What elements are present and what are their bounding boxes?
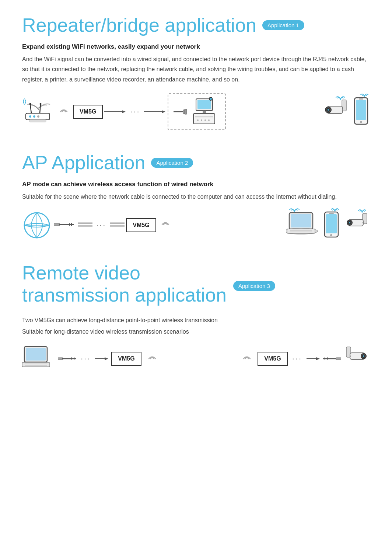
svg-marker-82 — [316, 357, 320, 360]
wifi-above-camera — [335, 93, 346, 101]
svg-point-35 — [364, 95, 365, 97]
arrow-remote-2 — [307, 356, 321, 362]
arrow-right-1 — [104, 109, 126, 115]
title-row-repeater: Repeater/bridge application Application … — [22, 15, 370, 36]
title-row-ap: AP Application Application 2 — [22, 152, 370, 173]
svg-rect-60 — [326, 214, 337, 233]
section-repeater: Repeater/bridge application Application … — [22, 15, 370, 130]
pos-machine-icon — [190, 97, 220, 126]
svg-rect-8 — [29, 120, 46, 122]
globe-icon-wrap — [22, 211, 52, 240]
description-remote-2: Suitable for long-distance video wireles… — [22, 327, 370, 337]
svg-point-5 — [29, 115, 31, 118]
dots-1: ··· — [128, 107, 142, 116]
wifi-above-camera-ap — [358, 207, 366, 215]
svg-point-22 — [197, 119, 199, 121]
phone-wifi-group — [352, 96, 370, 127]
wifi-phone-icon-ap — [331, 206, 339, 212]
equal-lines-2 — [110, 221, 125, 230]
security-camera-icon-ap — [343, 212, 370, 237]
equal-lines-left — [78, 221, 92, 230]
page: Repeater/bridge application Application … — [0, 0, 392, 409]
section-ap: AP Application Application 2 AP mode can… — [22, 152, 370, 240]
svg-point-58 — [334, 210, 336, 212]
camera-remote-right — [343, 345, 370, 372]
svg-line-0 — [30, 104, 31, 113]
description-ap: Suitable for the scene where the network… — [22, 192, 370, 202]
vm5g-box-1: VM5G — [73, 105, 103, 119]
svg-rect-55 — [287, 229, 315, 233]
svg-rect-75 — [58, 358, 63, 360]
laptop-wifi-group-ap — [286, 211, 319, 239]
svg-rect-37 — [356, 100, 366, 120]
wifi-right-ap — [158, 218, 172, 233]
security-camera-icon — [322, 98, 349, 124]
equal-signal-left — [78, 221, 92, 228]
vm5g-box-4: VM5G — [258, 352, 287, 366]
svg-rect-72 — [22, 362, 50, 367]
equal-signal-2 — [110, 221, 125, 228]
subtitle-ap: AP mode can achieve wireless access func… — [22, 181, 370, 188]
svg-point-3 — [40, 103, 42, 105]
svg-point-23 — [201, 119, 202, 121]
svg-point-68 — [349, 222, 350, 223]
camera-icon-remote — [343, 345, 370, 371]
wifi-laptop-icon — [289, 205, 300, 213]
svg-rect-53 — [291, 214, 311, 227]
svg-rect-18 — [203, 111, 206, 114]
svg-rect-71 — [26, 348, 46, 361]
cable-icon-remote-1 — [58, 355, 76, 362]
vm5g-box-2: VM5G — [126, 218, 156, 232]
wifi-above-phone-ap — [331, 206, 339, 214]
arrow-line-2 — [144, 109, 166, 115]
section-title-remote: Remote videotransmission application — [22, 262, 227, 306]
svg-point-51 — [294, 211, 295, 212]
description-remote-1: Two VM5Gs can achieve long-distance poin… — [22, 315, 370, 325]
laptop-remote-left — [22, 345, 53, 372]
wifi-right-icon-ap — [158, 218, 172, 231]
svg-point-24 — [204, 119, 206, 121]
svg-point-62 — [330, 234, 332, 236]
dots-remote-2: ··· — [290, 354, 304, 364]
svg-rect-43 — [54, 223, 60, 226]
svg-point-91 — [363, 355, 364, 357]
laptop-icon-ap — [286, 211, 319, 238]
left-signal — [57, 105, 71, 118]
cable-connector-icon — [174, 106, 188, 117]
svg-marker-12 — [162, 110, 165, 113]
svg-point-33 — [328, 109, 329, 111]
phone-icon-ap — [323, 211, 340, 238]
phone-icon — [352, 96, 370, 126]
badge-remote: Application 3 — [233, 281, 275, 291]
arrow-remote-1 — [95, 356, 109, 362]
badge-repeater: Application 1 — [262, 20, 304, 30]
svg-rect-86 — [336, 358, 341, 360]
svg-marker-10 — [122, 110, 126, 113]
wifi-vm5g-left-2 — [241, 352, 254, 365]
svg-point-39 — [360, 121, 362, 123]
laptop-icon-remote — [22, 345, 53, 371]
diagram-remote: ··· VM5G — [22, 345, 370, 372]
dots-remote-1: ··· — [78, 354, 93, 364]
diagram-ap: ··· VM5G — [22, 211, 370, 240]
title-text-remote: Remote videotransmission application — [22, 262, 227, 306]
svg-rect-17 — [197, 100, 211, 109]
svg-point-25 — [208, 119, 210, 121]
arrow-line-1 — [104, 109, 126, 115]
svg-point-63 — [361, 211, 363, 213]
camera-wifi-group-ap — [343, 212, 370, 239]
arrow-right-2 — [144, 109, 166, 115]
phone-wifi-group-ap — [323, 211, 340, 240]
description-repeater: And the WiFi signal can be converted int… — [22, 54, 370, 84]
wifi-vm5g-right-1 — [145, 352, 158, 365]
svg-rect-15 — [185, 109, 187, 114]
badge-ap: Application 2 — [151, 158, 193, 168]
vm5g-box-3: VM5G — [111, 352, 141, 366]
router-icon-wrap — [22, 98, 55, 125]
wifi-above-laptop — [289, 205, 300, 214]
cable-icon-remote-2 — [323, 355, 341, 362]
description-remote-wrap: Two VM5Gs can achieve long-distance poin… — [22, 315, 370, 337]
section-remote: Remote videotransmission application App… — [22, 262, 370, 372]
dots-ap-1: ··· — [94, 220, 108, 230]
section-title-ap: AP Application — [22, 152, 145, 173]
